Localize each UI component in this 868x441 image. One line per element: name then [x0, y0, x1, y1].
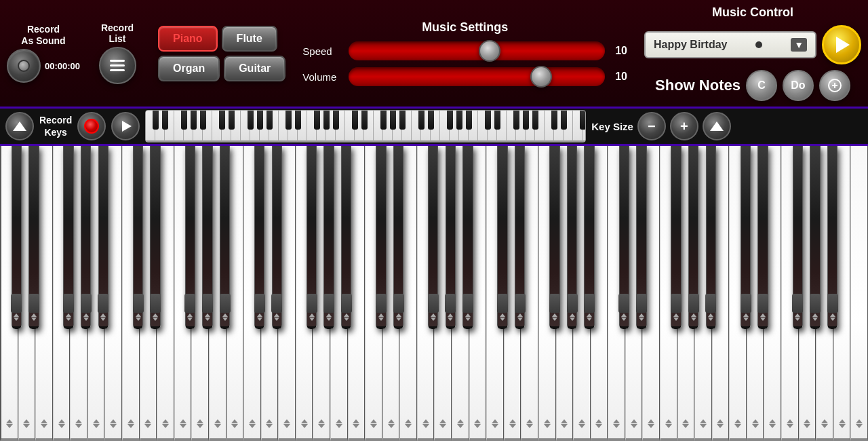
mini-black-key[interactable]	[267, 111, 273, 130]
mini-black-key[interactable]	[333, 111, 339, 130]
piano-black-key[interactable]	[619, 146, 629, 329]
note-c-button[interactable]: C	[746, 70, 777, 101]
piano-black-key[interactable]	[741, 146, 751, 329]
mini-black-key[interactable]	[494, 111, 500, 130]
mini-piano-scroll[interactable]	[145, 110, 586, 142]
note-symbol-button[interactable]	[819, 70, 850, 101]
record-timestamp: 00:00:00	[45, 61, 80, 71]
piano-black-key[interactable]	[150, 146, 160, 329]
mini-black-key[interactable]	[561, 111, 567, 130]
piano-black-key[interactable]	[497, 146, 507, 329]
mini-black-key[interactable]	[580, 111, 586, 130]
piano-black-key[interactable]	[323, 146, 334, 329]
play-large-button[interactable]	[822, 25, 861, 64]
black-key-arrow-indicator	[795, 313, 800, 321]
piano-black-key[interactable]	[827, 146, 837, 329]
mini-black-key[interactable]	[191, 111, 197, 130]
piano-black-key[interactable]	[393, 146, 403, 329]
black-key-arrow-indicator	[830, 313, 835, 321]
mini-black-key[interactable]	[219, 111, 225, 130]
piano-black-key[interactable]	[341, 146, 351, 329]
piano-black-key[interactable]	[671, 146, 681, 329]
piano-black-key[interactable]	[12, 146, 22, 329]
piano-black-key[interactable]	[202, 146, 212, 329]
guitar-button[interactable]: Guitar	[224, 56, 285, 81]
piano-black-key[interactable]	[636, 146, 646, 329]
mini-black-key[interactable]	[523, 111, 529, 130]
mini-black-key[interactable]	[390, 111, 396, 130]
piano-black-key[interactable]	[567, 146, 577, 329]
mini-black-key[interactable]	[418, 111, 425, 130]
piano-black-key[interactable]	[185, 146, 195, 329]
record-sound-button[interactable]	[7, 49, 41, 83]
piano-black-key[interactable]	[63, 146, 73, 329]
flute-button[interactable]: Flute	[222, 26, 277, 52]
piano-black-key[interactable]	[307, 146, 317, 329]
mini-black-key[interactable]	[153, 111, 159, 130]
mini-black-key[interactable]	[352, 111, 358, 130]
key-size-increase-button[interactable]: +	[670, 112, 698, 140]
mini-black-key[interactable]	[380, 111, 387, 130]
piano-black-key[interactable]	[98, 146, 108, 329]
piano-black-key[interactable]	[81, 146, 91, 329]
piano-black-key[interactable]	[706, 146, 716, 329]
organ-button[interactable]: Organ	[158, 56, 220, 81]
speed-slider-thumb[interactable]	[479, 40, 500, 62]
piano-black-key[interactable]	[272, 146, 282, 329]
song-selector[interactable]: Happy Birtday ▼	[644, 31, 816, 58]
piano-button[interactable]: Piano	[158, 26, 218, 52]
record-keys-record-button[interactable]	[77, 112, 106, 140]
mini-black-key[interactable]	[485, 111, 491, 130]
volume-slider-track[interactable]	[349, 67, 605, 86]
mini-black-key[interactable]	[248, 111, 254, 130]
mini-black-key[interactable]	[323, 111, 330, 130]
mini-black-key[interactable]	[532, 111, 538, 130]
black-key-arrow-indicator	[344, 313, 349, 321]
key-size-decrease-button[interactable]: −	[637, 112, 666, 140]
piano-black-key[interactable]	[462, 146, 473, 329]
key-arrow-indicator	[561, 419, 568, 428]
mini-black-key[interactable]	[285, 111, 292, 130]
piano-black-key[interactable]	[254, 146, 264, 329]
mini-black-key[interactable]	[551, 111, 557, 130]
mini-black-key[interactable]	[447, 111, 453, 130]
record-keys-play-button[interactable]	[111, 112, 140, 140]
piano-black-key[interactable]	[515, 146, 525, 329]
record-list-button[interactable]	[99, 47, 136, 84]
scroll-up-button[interactable]	[5, 112, 34, 140]
piano-black-key[interactable]	[584, 146, 594, 329]
mini-black-key[interactable]	[200, 111, 206, 130]
dropdown-arrow-icon[interactable]: ▼	[791, 38, 807, 52]
key-arrow-indicator	[144, 419, 151, 428]
piano-black-key[interactable]	[28, 146, 39, 329]
piano-black-key[interactable]	[428, 146, 438, 329]
mini-black-key[interactable]	[257, 111, 263, 130]
piano-black-key[interactable]	[549, 146, 559, 329]
mini-black-key[interactable]	[181, 111, 187, 130]
piano-black-key[interactable]	[376, 146, 386, 329]
note-do-button[interactable]: Do	[783, 70, 814, 101]
piano-black-key[interactable]	[810, 146, 820, 329]
mini-black-key[interactable]	[399, 111, 406, 130]
mini-black-key[interactable]	[229, 111, 235, 130]
mini-black-key[interactable]	[361, 111, 368, 130]
mini-black-key[interactable]	[162, 111, 168, 130]
mini-black-key[interactable]	[456, 111, 462, 130]
mini-black-key[interactable]	[295, 111, 301, 130]
mini-black-key[interactable]	[428, 111, 434, 130]
piano-black-key[interactable]	[220, 146, 230, 329]
piano-black-key[interactable]	[757, 146, 768, 329]
piano-black-key[interactable]	[793, 146, 803, 329]
top-bar: Record As Sound 00:00:00 Record List Pia…	[0, 0, 868, 109]
volume-slider-thumb[interactable]	[530, 66, 552, 88]
key-size-up-button[interactable]	[703, 112, 731, 140]
speed-slider-track[interactable]	[349, 41, 605, 60]
piano-black-key[interactable]	[688, 146, 698, 329]
piano-white-key[interactable]	[850, 146, 868, 441]
piano-black-key[interactable]	[446, 146, 456, 329]
mini-black-key[interactable]	[466, 111, 472, 130]
mini-black-key[interactable]	[513, 111, 519, 130]
mini-black-key[interactable]	[314, 111, 320, 130]
key-size-section: Key Size − +	[591, 112, 731, 140]
piano-black-key[interactable]	[133, 146, 143, 329]
